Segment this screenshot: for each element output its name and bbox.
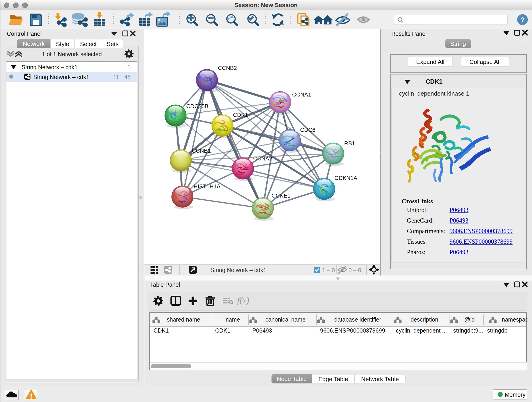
svg-text:CDC6: CDC6 [300,127,316,133]
svg-text:CCNB1: CCNB1 [192,148,211,154]
svg-text:RB1: RB1 [344,140,355,147]
svg-text:CDKN1A: CDKN1A [335,175,357,181]
svg-text:CCNB2: CCNB2 [218,65,237,71]
svg-text:HIST1H1A: HIST1H1A [194,183,221,190]
svg-text:CDC25B: CDC25B [186,103,209,109]
svg-text:CCNE1: CCNE1 [272,192,291,199]
svg-text:CDK1: CDK1 [233,112,248,118]
svg-text:CCNA1: CCNA1 [292,91,311,98]
svg-text:CCNA2: CCNA2 [253,155,272,162]
